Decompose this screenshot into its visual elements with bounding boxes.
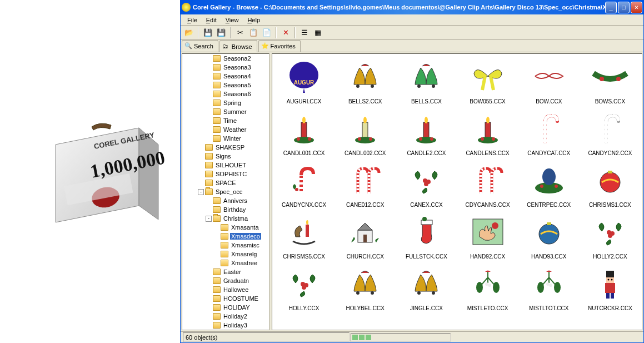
tree-item[interactable]: Holiday2 — [182, 312, 269, 321]
tree-item[interactable]: Signs — [182, 152, 269, 161]
thumbnail-pane[interactable]: AUGURAUGURI.CCXBELLS2.CCXBELLS.CCXBOW055… — [272, 53, 642, 330]
tree-item[interactable]: Hallowee — [182, 285, 269, 294]
tree-label: HOLIDAY — [222, 304, 251, 311]
thumbnail-item[interactable]: CANEX.CCX — [397, 160, 456, 209]
thumbnail-item[interactable]: CHRISMS5.CCX — [274, 211, 333, 261]
svg-point-24 — [425, 117, 428, 123]
tb-props-icon[interactable]: ☰ — [298, 27, 311, 39]
thumbnail-item[interactable]: JINGLE.CCX — [397, 263, 456, 312]
tab-browse[interactable]: 🗂 Browse — [219, 40, 257, 52]
tree-item[interactable]: SILHOUET — [182, 161, 269, 170]
tree-item[interactable]: Xmasmisc — [182, 241, 269, 250]
tab-favorites[interactable]: ⭐ Favorites — [258, 40, 301, 52]
thumbnail-item[interactable]: CANDL001.CCX — [274, 108, 333, 157]
tree-item[interactable]: Seasona5 — [182, 81, 269, 90]
thumbnail-item[interactable]: CDYCANNS.CCX — [458, 160, 517, 209]
tree-item[interactable]: Spring — [182, 98, 269, 107]
tree-label: Seasona3 — [222, 64, 252, 71]
tree-item[interactable]: Seasona3 — [182, 63, 269, 72]
thumbnail-item[interactable]: CHRISMS1.CCX — [581, 160, 640, 209]
menu-help[interactable]: Help — [243, 16, 264, 24]
thumbnail-item[interactable]: HAND93.CCX — [520, 211, 578, 261]
minimize-button[interactable]: _ — [605, 2, 617, 13]
thumbnail-item[interactable]: AUGURAUGURI.CCX — [274, 56, 333, 106]
thumbnail-item[interactable]: MISTLTOT.CCX — [520, 263, 578, 312]
tree-item[interactable]: Xmastree — [182, 259, 269, 267]
thumbnail-item[interactable]: CANDYCN2.CCX — [581, 108, 640, 157]
tree-item[interactable]: HCOSTUME — [182, 294, 269, 303]
tb-cut-icon[interactable]: ✂ — [234, 27, 246, 39]
tree-item[interactable]: HOLIDAY — [182, 303, 269, 312]
tree-item[interactable]: SHAKESP — [182, 143, 269, 152]
tb-grid-icon[interactable]: ▦ — [312, 27, 324, 39]
tb-delete-icon[interactable]: ✕ — [279, 27, 292, 39]
thumbnail-item[interactable]: CANDYCAT.CCX — [520, 108, 578, 157]
folder-icon — [205, 144, 213, 151]
tree-item[interactable]: SOPHISTC — [182, 170, 269, 178]
svg-point-32 — [492, 137, 495, 141]
folder-tree[interactable]: Seasona2Seasona3Seasona4Seasona5Seasona6… — [182, 53, 269, 330]
folder-icon — [205, 180, 213, 186]
tree-item[interactable]: SPACE — [182, 178, 269, 187]
tb-open-icon[interactable]: 📂 — [183, 27, 195, 39]
tree-label: SHAKESP — [214, 144, 246, 151]
thumbnail-item[interactable]: BELLS2.CCX — [336, 56, 395, 106]
thumbnail-item[interactable]: CHURCH.CCX — [336, 211, 395, 261]
tab-search[interactable]: 🔍 Search — [182, 40, 218, 52]
thumbnail-image — [343, 57, 387, 96]
tree-item[interactable]: Birthday — [182, 205, 269, 214]
tb-copy-icon[interactable]: 📋 — [247, 27, 259, 39]
thumbnail-item[interactable]: CANDL002.CCX — [336, 108, 395, 157]
tree-item[interactable]: Xmasdeco — [182, 232, 269, 241]
tree-label: Weather — [222, 126, 247, 133]
collapse-icon[interactable]: - — [198, 189, 204, 195]
tree-item[interactable]: Xmasanta — [182, 223, 269, 232]
tree-item[interactable]: -Spec_occ — [182, 187, 269, 196]
tree-item[interactable]: Time — [182, 116, 269, 125]
thumbnail-item[interactable]: FULLSTCK.CCX — [397, 211, 456, 261]
tree-item[interactable]: Easter — [182, 267, 269, 276]
maximize-button[interactable]: □ — [618, 2, 630, 13]
thumbnail-image — [404, 212, 448, 251]
tree-item[interactable]: Summer — [182, 107, 269, 116]
tb-save2-icon[interactable]: 💾 — [215, 27, 227, 39]
tree-item[interactable]: -Christma — [182, 214, 269, 223]
thumbnail-item[interactable]: CANDLE2.CCX — [397, 108, 456, 157]
thumbnail-item[interactable]: BELLS.CCX — [397, 56, 456, 106]
window-title: Corel Gallery - Browse - C:\Documents an… — [193, 4, 605, 11]
tree-item[interactable]: Xmasrelg — [182, 250, 269, 259]
menu-edit[interactable]: Edit — [202, 16, 221, 24]
tree-item[interactable]: Annivers — [182, 196, 269, 205]
tree-item[interactable]: Winter — [182, 134, 269, 143]
tree-item[interactable]: Holiday3 — [182, 321, 269, 330]
thumbnail-item[interactable]: NUTCRCKR.CCX — [581, 263, 640, 312]
svg-point-49 — [422, 217, 427, 221]
thumbnail-item[interactable]: HAND92.CCX — [458, 211, 517, 261]
thumbnail-item[interactable]: CANDLENS.CCX — [458, 108, 517, 157]
thumbnail-item[interactable]: CENTRPEC.CCX — [520, 160, 578, 209]
tree-item[interactable]: Seasona4 — [182, 72, 269, 81]
thumbnail-item[interactable]: BOW055.CCX — [458, 56, 517, 106]
tb-save-icon[interactable]: 💾 — [202, 27, 214, 39]
collapse-icon[interactable]: - — [206, 216, 212, 222]
tree-item[interactable]: Holiday4 — [182, 330, 269, 330]
thumbnail-item[interactable]: CANE012.CCX — [336, 160, 395, 209]
thumbnail-image — [527, 57, 571, 96]
menu-view[interactable]: View — [221, 16, 243, 24]
tb-paste-icon[interactable]: 📄 — [261, 27, 273, 39]
menu-file[interactable]: File — [183, 16, 202, 24]
thumbnail-item[interactable]: HOLLY2.CCX — [581, 211, 640, 261]
tree-item[interactable]: Graduatn — [182, 276, 269, 285]
tree-item[interactable]: Seasona2 — [182, 54, 269, 63]
close-button[interactable]: × — [631, 2, 642, 13]
tree-item[interactable]: Weather — [182, 125, 269, 134]
svg-point-8 — [371, 84, 374, 88]
thumbnail-item[interactable]: HOLLY.CCX — [274, 263, 333, 312]
tree-item[interactable]: Seasona6 — [182, 90, 269, 98]
thumbnail-item[interactable]: CANDYCNX.CCX — [274, 160, 333, 209]
thumbnail-item[interactable]: BOW.CCX — [520, 56, 578, 106]
thumbnail-item[interactable]: BOWS.CCX — [581, 56, 640, 106]
svg-point-19 — [363, 117, 367, 123]
thumbnail-item[interactable]: HOLYBEL.CCX — [336, 263, 395, 312]
thumbnail-item[interactable]: MISTLETO.CCX — [458, 263, 517, 312]
